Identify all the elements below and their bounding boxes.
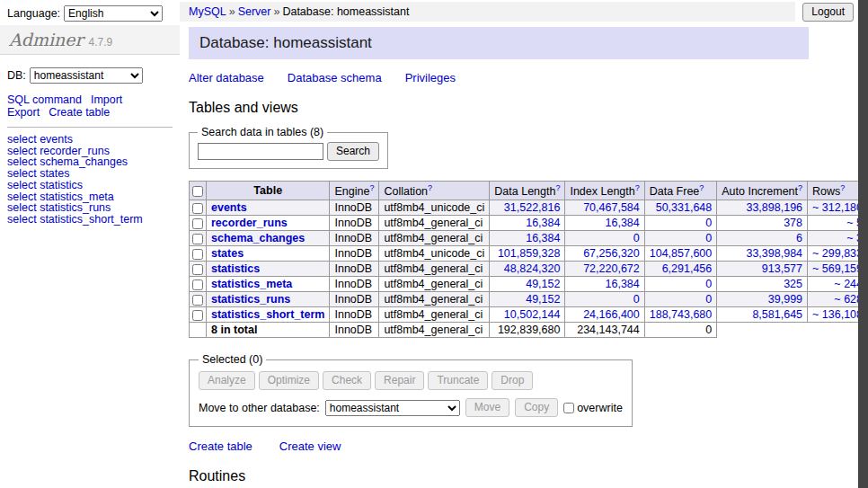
auto-increment-cell: 6 — [717, 231, 808, 246]
sql-command-link[interactable]: SQL command — [7, 93, 82, 106]
tables-list-header: TableEngine?Collation?Data Length?Index … — [190, 182, 868, 200]
auto-increment-link[interactable]: 6 — [796, 232, 802, 244]
scrollbar[interactable] — [858, 0, 868, 488]
collation-cell: utf8mb4_general_ci — [379, 262, 490, 277]
breadcrumb-server-link[interactable]: Server — [238, 5, 271, 18]
index-length-link[interactable]: 70,467,584 — [583, 201, 640, 214]
scrollbar-thumb[interactable] — [858, 0, 868, 488]
data-length-link[interactable]: 16,384 — [526, 232, 560, 244]
repair-button[interactable]: Repair — [375, 371, 424, 390]
overwrite-checkbox[interactable] — [563, 403, 574, 413]
index-length-link[interactable]: 72,220,672 — [583, 262, 640, 275]
row-checkbox[interactable] — [192, 234, 203, 244]
sidebar-table-link[interactable]: select states — [7, 168, 173, 180]
analyze-button[interactable]: Analyze — [199, 371, 255, 390]
data-length-link[interactable]: 10,502,144 — [504, 308, 561, 321]
auto-increment-link[interactable]: 8,581,645 — [752, 308, 802, 321]
help-link[interactable]: ? — [699, 183, 704, 192]
row-checkbox[interactable] — [192, 249, 203, 260]
help-link[interactable]: ? — [798, 183, 802, 192]
check-button[interactable]: Check — [323, 371, 371, 390]
data-free-link[interactable]: 188,743,680 — [650, 308, 713, 321]
truncate-button[interactable]: Truncate — [428, 371, 488, 390]
help-link[interactable]: ? — [840, 183, 845, 192]
optimize-button[interactable]: Optimize — [259, 371, 319, 390]
table-name-link[interactable]: statistics — [211, 262, 260, 275]
row-checkbox[interactable] — [192, 218, 203, 229]
export-link[interactable]: Export — [7, 106, 40, 119]
rows-link[interactable]: ~ 569,159 — [812, 262, 863, 275]
search-button[interactable]: Search — [327, 142, 379, 161]
help-link[interactable]: ? — [555, 183, 560, 192]
data-length-link[interactable]: 49,152 — [526, 278, 560, 290]
auto-increment-link[interactable]: 378 — [784, 217, 802, 229]
rows-link[interactable]: ~ 312,180 — [812, 201, 863, 214]
search-input[interactable] — [198, 143, 323, 160]
data-free-link[interactable]: 104,857,600 — [650, 247, 713, 260]
data-length-link[interactable]: 101,859,328 — [498, 247, 561, 260]
index-length-link[interactable]: 67,256,320 — [583, 247, 640, 260]
select-all-checkbox[interactable] — [192, 186, 203, 197]
copy-button[interactable]: Copy — [515, 398, 558, 417]
move-button[interactable]: Move — [465, 398, 509, 417]
language-select[interactable]: English — [64, 5, 163, 22]
breadcrumb-mysql-link[interactable]: MySQL — [189, 5, 226, 18]
table-name-link[interactable]: recorder_runs — [211, 217, 288, 229]
create-view-link[interactable]: Create view — [279, 439, 341, 453]
auto-increment-link[interactable]: 33,398,984 — [746, 247, 802, 260]
index-length-link[interactable]: 16,384 — [606, 217, 640, 229]
index-length-link[interactable]: 0 — [633, 232, 640, 244]
data-length-link[interactable]: 48,824,320 — [504, 262, 561, 275]
alter-database-link[interactable]: Alter database — [189, 71, 264, 84]
create-table-link-sidebar[interactable]: Create table — [49, 106, 110, 119]
index-length-link[interactable]: 16,384 — [606, 278, 640, 290]
data-length-link[interactable]: 31,522,816 — [504, 201, 561, 214]
data-free-link[interactable]: 0 — [705, 293, 712, 306]
move-db-select[interactable]: homeassistant — [325, 400, 460, 416]
table-name-link[interactable]: schema_changes — [211, 232, 305, 244]
drop-button[interactable]: Drop — [492, 371, 533, 390]
adminer-logo[interactable]: Adminer — [9, 30, 84, 49]
table-name-link[interactable]: events — [211, 201, 247, 214]
data-free-link[interactable]: 0 — [705, 278, 712, 290]
db-select[interactable]: homeassistant — [30, 67, 143, 84]
privileges-link[interactable]: Privileges — [405, 71, 456, 84]
logout-button[interactable]: Logout — [802, 3, 854, 22]
sidebar-table-link[interactable]: select statistics_short_term — [7, 214, 173, 226]
data-length-link[interactable]: 49,152 — [526, 293, 560, 306]
data-free-link[interactable]: 50,331,648 — [656, 201, 713, 214]
table-name-link[interactable]: states — [211, 247, 244, 260]
auto-increment-link[interactable]: 913,577 — [762, 262, 802, 275]
import-link[interactable]: Import — [91, 93, 122, 106]
rows-link[interactable]: ~ 299,833 — [812, 247, 863, 260]
rows-link[interactable]: ~ 136,108 — [812, 308, 863, 321]
database-schema-link[interactable]: Database schema — [288, 71, 382, 84]
create-table-link[interactable]: Create table — [189, 439, 252, 453]
data-free-link[interactable]: 0 — [705, 232, 712, 244]
table-name-link[interactable]: statistics_runs — [211, 293, 290, 306]
help-link[interactable]: ? — [369, 183, 374, 192]
auto-increment-link[interactable]: 39,999 — [768, 293, 802, 306]
row-checkbox[interactable] — [192, 310, 203, 321]
row-checkbox[interactable] — [192, 264, 203, 275]
data-free-link[interactable]: 0 — [705, 217, 712, 229]
db-action-links: Alter databaseDatabase schemaPrivileges — [189, 71, 858, 84]
sidebar-table-link[interactable]: select events — [7, 134, 173, 146]
index-length-link[interactable]: 0 — [633, 293, 640, 306]
table-name-link[interactable]: statistics_short_term — [211, 308, 324, 321]
engine-cell: InnoDB — [330, 292, 379, 307]
data-free-link[interactable]: 6,291,456 — [662, 262, 713, 275]
help-link[interactable]: ? — [428, 183, 432, 192]
row-checkbox[interactable] — [192, 279, 203, 290]
data-length-link[interactable]: 16,384 — [526, 217, 560, 229]
table-row: statisticsInnoDButf8mb4_general_ci48,824… — [190, 262, 868, 277]
auto-increment-link[interactable]: 325 — [784, 278, 802, 290]
row-checkbox[interactable] — [192, 203, 203, 214]
sidebar-table-link[interactable]: select statistics — [7, 180, 173, 191]
auto-increment-link[interactable]: 33,898,196 — [746, 201, 802, 214]
collation-cell: utf8mb4_general_ci — [379, 216, 490, 231]
table-name-link[interactable]: statistics_meta — [211, 278, 292, 290]
row-checkbox[interactable] — [192, 295, 203, 306]
help-link[interactable]: ? — [635, 183, 640, 192]
index-length-link[interactable]: 24,166,400 — [583, 308, 640, 321]
